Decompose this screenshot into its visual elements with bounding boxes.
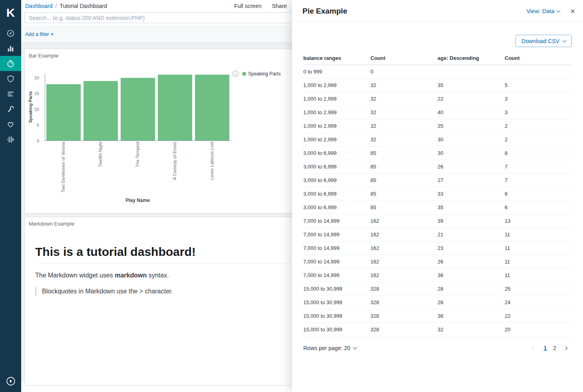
legend-toggle-icon[interactable]: › xyxy=(233,71,239,77)
table-cell: 7,000 to 14,999 xyxy=(303,242,370,255)
table-row: 1,000 to 2,99932302 xyxy=(303,133,572,147)
table-cell: 1,000 to 2,999 xyxy=(303,92,370,106)
table-cell: 27 xyxy=(438,174,505,187)
global-nav-sidebar: K xyxy=(0,0,21,392)
sidebar-item-devtools[interactable] xyxy=(0,101,21,117)
kibana-logo[interactable]: K xyxy=(0,0,21,26)
table-cell: 32 xyxy=(370,92,438,106)
table-row: 7,000 to 14,9991622111 xyxy=(303,228,572,242)
table-cell: 0 xyxy=(370,65,438,79)
table-cell: 40 xyxy=(438,106,505,119)
sidebar-item-security[interactable] xyxy=(0,71,21,86)
share-button[interactable]: Share xyxy=(272,3,287,9)
previous-page-button[interactable] xyxy=(531,343,537,352)
table-cell: 35 xyxy=(438,201,505,214)
pagination-pages: 12 xyxy=(543,345,556,351)
x-axis-label: A Comedy of Errors xyxy=(172,142,177,180)
heart-icon xyxy=(6,120,15,129)
table-cell: 3,000 to 6,999 xyxy=(303,147,370,160)
table-cell: 8 xyxy=(505,147,572,160)
chevron-down-icon xyxy=(353,345,357,349)
table-row: 1,000 to 2,99932355 xyxy=(303,79,572,92)
sidebar-item-discover[interactable] xyxy=(0,26,21,41)
chevron-left-icon xyxy=(532,346,536,350)
legend-item[interactable]: Speaking Parts xyxy=(242,71,281,77)
table-cell: 85 xyxy=(370,147,438,160)
shield-icon xyxy=(6,75,15,83)
bar[interactable] xyxy=(84,81,118,141)
sidebar-collapse-button[interactable] xyxy=(0,370,21,392)
table-cell: 7 xyxy=(505,160,572,174)
bar[interactable] xyxy=(195,75,229,141)
page-button[interactable]: 1 xyxy=(543,345,547,351)
bar-chart-icon xyxy=(6,44,15,53)
table-cell: 11 xyxy=(505,228,572,242)
download-csv-button[interactable]: Download CSV xyxy=(515,35,572,47)
rows-per-page-selector[interactable]: Rows per page: 20 xyxy=(303,345,356,351)
sidebar-item-visualize[interactable] xyxy=(0,41,21,56)
table-cell: 7,000 to 14,999 xyxy=(303,255,370,269)
table-cell: 3,000 to 6,999 xyxy=(303,160,370,174)
table-cell: 15,000 to 30,999 xyxy=(303,282,370,296)
table-cell: 85 xyxy=(370,160,438,174)
close-icon[interactable]: × xyxy=(569,6,577,16)
table-cell: 15,000 to 30,999 xyxy=(303,323,370,337)
view-data-selector[interactable]: View: Data xyxy=(526,8,560,14)
sidebar-item-timelion[interactable] xyxy=(0,86,21,101)
chart-legend: › Speaking Parts xyxy=(233,71,281,77)
table-cell: 1,000 to 2,999 xyxy=(303,106,370,119)
table-cell: 35 xyxy=(438,79,505,92)
chevron-down-icon xyxy=(563,38,567,42)
table-cell: 7 xyxy=(505,174,572,187)
sidebar-item-management[interactable] xyxy=(0,132,21,147)
bar[interactable] xyxy=(121,78,155,141)
table-cell: 0 to 999 xyxy=(303,65,370,79)
kibana-app: K xyxy=(0,0,583,392)
table-header-row: balance rangesCountage: DescendingCount xyxy=(303,52,572,65)
compass-icon xyxy=(6,29,15,38)
table-cell: 11 xyxy=(505,269,572,282)
table-cell: 20 xyxy=(505,323,572,337)
bar[interactable] xyxy=(46,84,81,141)
flyout-header: Pie Example View: Data × xyxy=(292,0,583,22)
table-cell: 85 xyxy=(370,201,438,214)
y-tick-label: 0 xyxy=(37,139,39,143)
table-cell: 85 xyxy=(370,187,438,201)
x-axis-label: The Tempest xyxy=(135,142,140,167)
gear-icon xyxy=(6,135,15,144)
table-row: 3,000 to 6,99985267 xyxy=(303,160,572,174)
table-cell: 15,000 to 30,999 xyxy=(303,309,370,323)
breadcrumb-separator: / xyxy=(56,3,57,9)
rows-per-page-label: Rows per page: 20 xyxy=(303,345,350,351)
flyout-body: Download CSV balance rangesCountage: Des… xyxy=(292,22,583,392)
table-cell: 162 xyxy=(370,269,438,282)
table-cell: 6 xyxy=(505,201,572,214)
full-screen-button[interactable]: Full screen xyxy=(234,3,261,9)
table-cell: 36 xyxy=(438,309,505,323)
page-button[interactable]: 2 xyxy=(553,345,556,351)
wrench-icon xyxy=(6,105,15,113)
table-cell: 162 xyxy=(370,242,438,255)
flyout-title: Pie Example xyxy=(302,7,526,16)
table-column-header: Count xyxy=(370,52,438,65)
y-ticks: 05101520 xyxy=(25,73,42,141)
table-cell: 2 xyxy=(505,119,572,133)
bar-plot xyxy=(45,73,231,141)
sidebar-item-monitoring[interactable] xyxy=(0,117,21,132)
x-labels: Two Gentlemen of VeronaTwelfth NightThe … xyxy=(45,142,231,202)
add-filter-label: Add a filter xyxy=(25,32,49,37)
markdown-bold-text: markdown xyxy=(115,272,147,279)
sidebar-item-dashboard[interactable] xyxy=(0,56,21,71)
bar[interactable] xyxy=(158,75,192,141)
table-row: 7,000 to 14,9991623913 xyxy=(303,214,572,228)
add-filter-link[interactable]: Add a filter+ xyxy=(25,32,54,37)
markdown-text: syntax. xyxy=(147,272,169,279)
pie-example-flyout: Pie Example View: Data × Download CSV ba… xyxy=(292,0,583,392)
table-cell: 5 xyxy=(505,79,572,92)
table-cell: 328 xyxy=(370,296,438,309)
next-page-button[interactable] xyxy=(563,343,569,352)
breadcrumb-dashboard-link[interactable]: Dashboard xyxy=(25,3,53,9)
table-cell: 3 xyxy=(505,92,572,106)
table-cell: 32 xyxy=(370,106,438,119)
table-cell: 22 xyxy=(505,309,572,323)
